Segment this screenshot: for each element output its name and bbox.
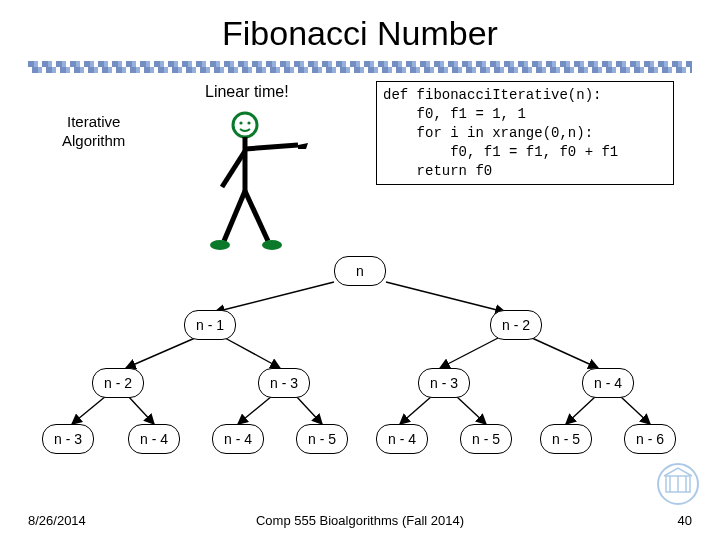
- svg-point-9: [262, 240, 282, 250]
- seal-icon: [656, 462, 700, 506]
- tree-node: n - 3: [418, 368, 470, 398]
- svg-line-16: [72, 396, 106, 424]
- svg-line-17: [128, 396, 154, 424]
- svg-line-12: [126, 338, 195, 368]
- tree-node: n - 6: [624, 424, 676, 454]
- tree-node: n - 3: [258, 368, 310, 398]
- tree-node: n - 4: [582, 368, 634, 398]
- recursion-tree: n n - 1 n - 2 n - 2 n - 3 n - 3 n - 4 n …: [0, 256, 720, 486]
- footer-course: Comp 555 Bioalgorithms (Fall 2014): [0, 513, 720, 528]
- svg-line-23: [620, 396, 650, 424]
- tree-node: n - 4: [212, 424, 264, 454]
- svg-line-4: [245, 145, 298, 149]
- annotation-linear-time: Linear time!: [205, 83, 289, 101]
- tree-node: n - 4: [376, 424, 428, 454]
- svg-line-22: [566, 396, 596, 424]
- svg-line-10: [215, 282, 334, 312]
- svg-point-8: [210, 240, 230, 250]
- tree-node: n - 2: [490, 310, 542, 340]
- tree-node: n: [334, 256, 386, 286]
- svg-point-1: [239, 121, 242, 124]
- tree-node: n - 5: [296, 424, 348, 454]
- page-title: Fibonacci Number: [0, 0, 720, 53]
- algorithm-label-line1: Iterative: [67, 113, 120, 130]
- svg-line-20: [400, 396, 432, 424]
- svg-line-21: [456, 396, 486, 424]
- divider-dna: [28, 61, 692, 73]
- svg-point-0: [233, 113, 257, 137]
- algorithm-label: Iterative Algorithm: [62, 113, 125, 151]
- footer-page-number: 40: [678, 513, 692, 528]
- stick-figure-icon: [190, 101, 330, 261]
- svg-line-5: [222, 151, 245, 187]
- svg-line-15: [532, 338, 598, 368]
- svg-line-7: [245, 191, 268, 241]
- tree-node: n - 2: [92, 368, 144, 398]
- svg-line-11: [386, 282, 505, 312]
- algorithm-label-line2: Algorithm: [62, 132, 125, 149]
- svg-line-19: [296, 396, 322, 424]
- tree-node: n - 1: [184, 310, 236, 340]
- svg-line-14: [440, 338, 498, 368]
- svg-point-2: [247, 121, 250, 124]
- tree-node: n - 5: [540, 424, 592, 454]
- tree-node: n - 5: [460, 424, 512, 454]
- tree-node: n - 4: [128, 424, 180, 454]
- svg-line-6: [224, 191, 245, 241]
- code-box: def fibonacciIterative(n): f0, f1 = 1, 1…: [376, 81, 674, 185]
- svg-line-18: [238, 396, 272, 424]
- svg-line-13: [225, 338, 280, 368]
- tree-node: n - 3: [42, 424, 94, 454]
